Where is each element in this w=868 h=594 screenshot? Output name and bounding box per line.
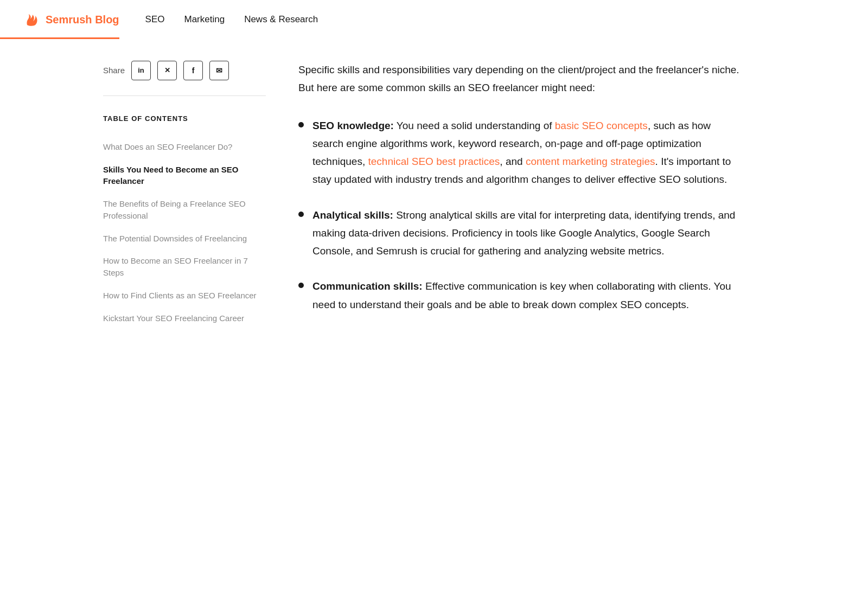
toc-title: TABLE OF CONTENTS xyxy=(103,113,266,125)
nav-seo[interactable]: SEO xyxy=(145,12,165,27)
facebook-share-button[interactable]: f xyxy=(183,61,203,80)
nav-marketing[interactable]: Marketing xyxy=(184,12,225,27)
content-marketing-link[interactable]: content marketing strategies xyxy=(526,156,655,167)
main-container: Share in ✕ f ✉ TABLE OF CONTENTS What Do… xyxy=(81,39,787,351)
logo-text: Semrush Blog xyxy=(46,11,119,28)
toc-item-4[interactable]: The Potential Downsides of Freelancing xyxy=(103,227,266,250)
toc-item-5[interactable]: How to Become an SEO Freelancer in 7 Ste… xyxy=(103,250,266,284)
table-of-contents: TABLE OF CONTENTS What Does an SEO Freel… xyxy=(103,113,266,329)
main-nav: SEO Marketing News & Research xyxy=(145,12,318,27)
bullet-content-1: SEO knowledge: You need a solid understa… xyxy=(312,117,743,189)
email-share-button[interactable]: ✉ xyxy=(209,61,229,80)
article-content: Specific skills and responsibilities var… xyxy=(298,61,743,329)
header: Semrush Blog SEO Marketing News & Resear… xyxy=(0,0,868,39)
intro-paragraph: Specific skills and responsibilities var… xyxy=(298,61,743,97)
facebook-icon: f xyxy=(192,65,195,76)
bullet-text-before-1: You need a solid understanding of xyxy=(394,120,555,131)
bullet-bold-3: Communication skills: xyxy=(312,280,423,292)
toc-list: What Does an SEO Freelancer Do? Skills Y… xyxy=(103,136,266,330)
bullet-content-3: Communication skills: Effective communic… xyxy=(312,277,743,314)
toc-item-7[interactable]: Kickstart Your SEO Freelancing Career xyxy=(103,307,266,330)
bullet-bold-1: SEO knowledge: xyxy=(312,120,394,131)
sidebar: Share in ✕ f ✉ TABLE OF CONTENTS What Do… xyxy=(103,61,266,329)
skills-list: SEO knowledge: You need a solid understa… xyxy=(298,117,743,314)
email-icon: ✉ xyxy=(216,65,222,76)
share-section: Share in ✕ f ✉ xyxy=(103,61,266,96)
nav-news-research[interactable]: News & Research xyxy=(244,12,318,27)
logo[interactable]: Semrush Blog xyxy=(22,10,119,29)
toc-item-2[interactable]: Skills You Need to Become an SEO Freelan… xyxy=(103,158,266,193)
bullet-communication: Communication skills: Effective communic… xyxy=(298,277,743,314)
bullet-dot-1 xyxy=(298,122,304,127)
toc-item-6[interactable]: How to Find Clients as an SEO Freelancer xyxy=(103,284,266,307)
toc-item-1[interactable]: What Does an SEO Freelancer Do? xyxy=(103,136,266,158)
semrush-logo-icon xyxy=(22,10,41,29)
technical-seo-link[interactable]: technical SEO best practices xyxy=(368,156,500,167)
bullet-analytical: Analytical skills: Strong analytical ski… xyxy=(298,206,743,260)
bullet-bold-2: Analytical skills: xyxy=(312,209,393,221)
toc-item-3[interactable]: The Benefits of Being a Freelance SEO Pr… xyxy=(103,193,266,227)
bullet-text-middle-2: , and xyxy=(500,156,526,167)
linkedin-share-button[interactable]: in xyxy=(131,61,151,80)
twitter-icon: ✕ xyxy=(164,65,170,76)
bullet-content-2: Analytical skills: Strong analytical ski… xyxy=(312,206,743,260)
share-label: Share xyxy=(103,64,125,77)
bullet-seo-knowledge: SEO knowledge: You need a solid understa… xyxy=(298,117,743,189)
basic-seo-concepts-link[interactable]: basic SEO concepts xyxy=(555,120,648,131)
bullet-dot-2 xyxy=(298,212,304,217)
twitter-share-button[interactable]: ✕ xyxy=(157,61,177,80)
bullet-dot-3 xyxy=(298,283,304,288)
linkedin-icon: in xyxy=(138,65,144,76)
